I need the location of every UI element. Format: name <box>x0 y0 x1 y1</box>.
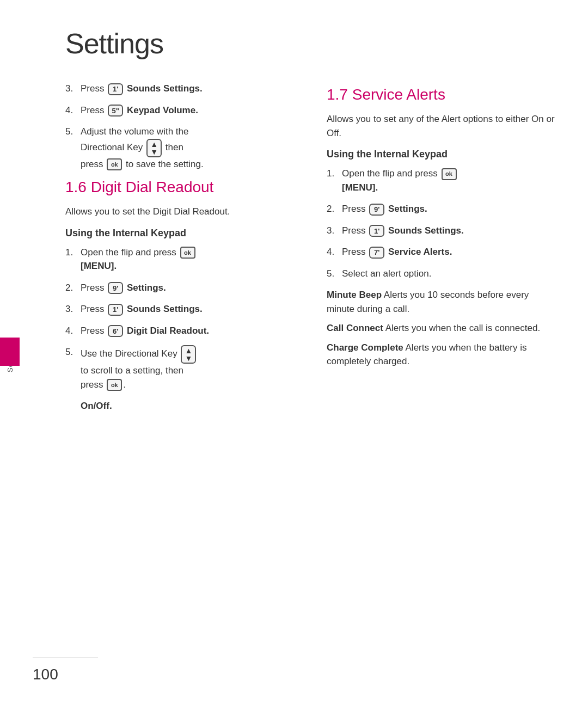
left-1-6-step-4: 4. Press 6' Digit Dial Readout. <box>65 324 294 338</box>
dir-key-1-6-5: ▲▼ <box>181 345 196 364</box>
right-column: 1.7 Service Alerts Allows you to set any… <box>327 82 555 421</box>
ok-key-1-6-5: ok <box>107 379 122 391</box>
key-7-1-7-4: 7' <box>369 247 384 259</box>
page-title: Settings <box>65 27 555 60</box>
page-container: Settings Settings 3. Press 1' Sounds Set… <box>0 0 588 705</box>
ok-key-1-7-1: ok <box>442 168 457 180</box>
left-1-6-step-1-num: 1. <box>65 246 81 260</box>
dir-key-step5: ▲▼ <box>146 139 162 157</box>
key-5-step4: 5" <box>108 105 123 117</box>
left-step-5-num: 5. <box>65 125 81 139</box>
left-1-6-step-3-text: Press 1' Sounds Settings. <box>81 302 294 316</box>
right-1-7-step-2-num: 2. <box>327 202 342 216</box>
left-1-6-step-1: 1. Open the flip and press ok [MENU]. <box>65 246 294 273</box>
menu-label-1-6-1: [MENU]. <box>81 261 117 271</box>
right-1-7-step-3-num: 3. <box>327 224 342 238</box>
service-alerts-label-1-7-4: Service Alerts. <box>388 247 452 257</box>
ok-key-1-6-1: ok <box>180 247 195 259</box>
right-1-7-step-4-text: Press 7' Service Alerts. <box>342 245 555 259</box>
left-1-6-step-2: 2. Press 9' Settings. <box>65 281 294 295</box>
call-connect-alert: Call Connect Alerts you when the call is… <box>327 321 555 335</box>
key-1-1-7-3: 1' <box>369 225 384 237</box>
section-1-6-body: Allows you to set the Digit Dial Readout… <box>65 205 294 219</box>
right-1-7-step-2-text: Press 9' Settings. <box>342 202 555 216</box>
section-1-6-heading: 1.6 Digit Dial Readout <box>65 179 294 196</box>
sounds-settings-label-3: Sounds Settings. <box>127 83 203 94</box>
page-number: 100 <box>33 666 555 683</box>
left-1-6-step-1-text: Open the flip and press ok [MENU]. <box>81 246 294 273</box>
onoff-item: On/Off. <box>65 399 294 413</box>
right-1-7-step-4-num: 4. <box>327 245 342 259</box>
right-1-7-step-2: 2. Press 9' Settings. <box>327 202 555 216</box>
left-step-3: 3. Press 1' Sounds Settings. <box>65 82 294 96</box>
left-step-4-num: 4. <box>65 103 81 118</box>
onoff-label: On/Off. <box>81 399 112 413</box>
key-6-1-6-4: 6' <box>108 325 123 337</box>
left-subsection-heading: Using the Internal Keypad <box>65 228 294 239</box>
charge-complete-alert: Charge Complete Alerts you when the batt… <box>327 341 555 369</box>
right-1-7-step-1-num: 1. <box>327 167 342 181</box>
section-1-7-body: Allows you to set any of the Alert optio… <box>327 112 555 140</box>
left-step-3-text: Press 1' Sounds Settings. <box>81 82 294 96</box>
menu-label-1-7-1: [MENU]. <box>342 182 378 193</box>
left-1-6-step-3: 3. Press 1' Sounds Settings. <box>65 302 294 316</box>
right-1-7-step-3-text: Press 1' Sounds Settings. <box>342 224 555 238</box>
right-1-7-step-1-text: Open the flip and press ok [MENU]. <box>342 167 555 194</box>
left-1-6-step-2-text: Press 9' Settings. <box>81 281 294 295</box>
left-step-4-text: Press 5" Keypad Volume. <box>81 103 294 118</box>
side-tab-bar <box>0 338 20 366</box>
minute-beep-bold: Minute Beep <box>327 290 382 300</box>
settings-label-1-7-2: Settings. <box>388 204 427 214</box>
section-1-7-heading: 1.7 Service Alerts <box>327 86 555 103</box>
keypad-volume-label: Keypad Volume. <box>127 105 198 115</box>
right-1-7-step-5-num: 5. <box>327 267 342 281</box>
settings-label-1-6-2: Settings. <box>127 283 166 293</box>
right-1-7-step-3: 3. Press 1' Sounds Settings. <box>327 224 555 238</box>
key-1-1-6-3: 1' <box>108 304 123 316</box>
left-1-6-step-2-num: 2. <box>65 281 81 295</box>
main-content: Settings 3. Press 1' Sounds Settings. 4.… <box>33 0 588 705</box>
right-1-7-step-5: 5. Select an alert option. <box>327 267 555 281</box>
left-step-5: 5. Adjust the volume with the Directiona… <box>65 125 294 171</box>
charge-complete-bold: Charge Complete <box>327 342 403 353</box>
left-1-6-step-4-text: Press 6' Digit Dial Readout. <box>81 324 294 338</box>
digit-dial-label-1-6-4: Digit Dial Readout. <box>127 326 209 336</box>
left-1-6-step-5-num: 5. <box>65 345 81 359</box>
key-9-1-7-2: 9' <box>369 204 384 216</box>
left-1-6-step-5-text: Use the Directional Key ▲▼ to scroll to … <box>81 345 294 391</box>
right-1-7-step-4: 4. Press 7' Service Alerts. <box>327 245 555 259</box>
key-1-step3: 1' <box>108 83 123 95</box>
left-column: 3. Press 1' Sounds Settings. 4. Press 5"… <box>65 82 294 421</box>
two-col-layout: 3. Press 1' Sounds Settings. 4. Press 5"… <box>65 82 555 421</box>
left-step-3-num: 3. <box>65 82 81 96</box>
bottom-area: 100 <box>33 658 555 683</box>
ok-key-step5: ok <box>107 158 122 170</box>
right-1-7-step-1: 1. Open the flip and press ok [MENU]. <box>327 167 555 194</box>
sounds-settings-label-1-6-3: Sounds Settings. <box>127 304 203 314</box>
minute-beep-alert: Minute Beep Alerts you 10 seconds before… <box>327 288 555 316</box>
key-9-1-6-2: 9' <box>108 282 123 294</box>
sounds-settings-label-1-7-3: Sounds Settings. <box>388 225 464 236</box>
left-1-6-step-5: 5. Use the Directional Key ▲▼ to scroll … <box>65 345 294 391</box>
left-1-6-step-3-num: 3. <box>65 302 81 316</box>
left-1-6-step-4-num: 4. <box>65 324 81 338</box>
left-step-4: 4. Press 5" Keypad Volume. <box>65 103 294 118</box>
left-step-5-text: Adjust the volume with the Directional K… <box>81 125 294 171</box>
right-subsection-heading: Using the Internal Keypad <box>327 149 555 160</box>
call-connect-bold: Call Connect <box>327 323 383 333</box>
right-1-7-step-5-text: Select an alert option. <box>342 267 555 281</box>
bottom-divider <box>33 658 98 658</box>
